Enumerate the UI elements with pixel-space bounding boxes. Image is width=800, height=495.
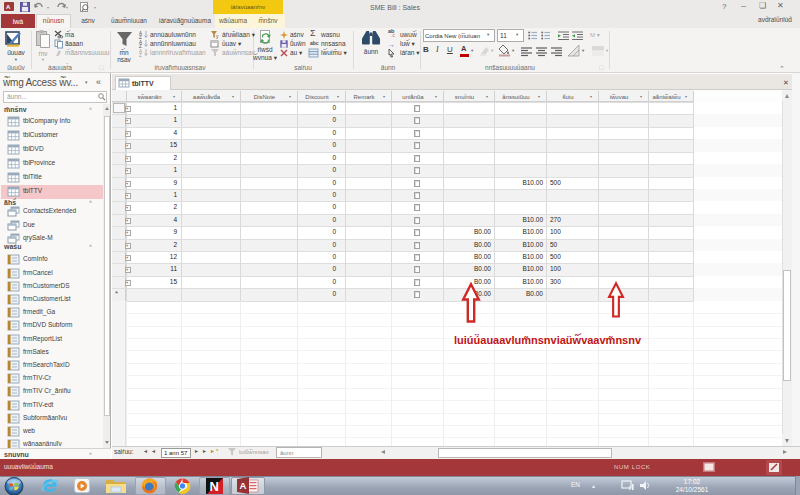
- svg-text:y: y: [216, 33, 219, 39]
- svg-text:Z: Z: [139, 53, 142, 58]
- svg-text:A: A: [240, 480, 247, 491]
- svg-text:N: N: [210, 479, 219, 494]
